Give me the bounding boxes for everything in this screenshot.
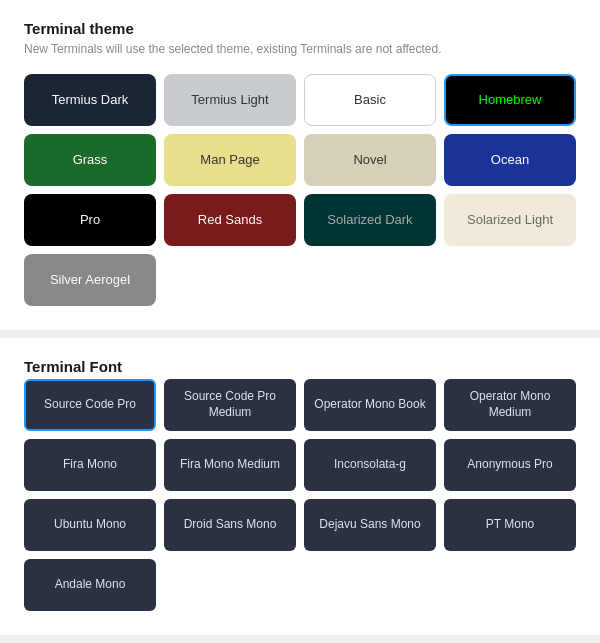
font-item-source-code-pro-medium[interactable]: Source Code Pro Medium (164, 379, 296, 431)
theme-item-novel[interactable]: Novel (304, 134, 436, 186)
terminal-theme-title: Terminal theme (24, 20, 576, 37)
terminal-theme-section: Terminal theme New Terminals will use th… (0, 0, 600, 330)
theme-item-termius-dark[interactable]: Termius Dark (24, 74, 156, 126)
font-item-operator-mono-book[interactable]: Operator Mono Book (304, 379, 436, 431)
theme-item-solarized-dark[interactable]: Solarized Dark (304, 194, 436, 246)
terminal-font-title: Terminal Font (24, 358, 576, 375)
terminal-theme-subtitle: New Terminals will use the selected them… (24, 41, 576, 58)
font-item-pt-mono[interactable]: PT Mono (444, 499, 576, 551)
font-item-fira-mono-medium[interactable]: Fira Mono Medium (164, 439, 296, 491)
font-item-dejavu-sans-mono[interactable]: Dejavu Sans Mono (304, 499, 436, 551)
font-item-ubuntu-mono[interactable]: Ubuntu Mono (24, 499, 156, 551)
font-item-inconsolata-g[interactable]: Inconsolata-g (304, 439, 436, 491)
theme-grid: Termius DarkTermius LightBasicHomebrewGr… (24, 74, 576, 306)
theme-item-red-sands[interactable]: Red Sands (164, 194, 296, 246)
font-item-fira-mono[interactable]: Fira Mono (24, 439, 156, 491)
font-item-anonymous-pro[interactable]: Anonymous Pro (444, 439, 576, 491)
terminal-font-section: Terminal Font Source Code ProSource Code… (0, 338, 600, 635)
theme-item-pro[interactable]: Pro (24, 194, 156, 246)
theme-item-ocean[interactable]: Ocean (444, 134, 576, 186)
font-item-droid-sans-mono[interactable]: Droid Sans Mono (164, 499, 296, 551)
theme-item-grass[interactable]: Grass (24, 134, 156, 186)
font-item-source-code-pro[interactable]: Source Code Pro (24, 379, 156, 431)
theme-item-homebrew[interactable]: Homebrew (444, 74, 576, 126)
theme-item-solarized-light[interactable]: Solarized Light (444, 194, 576, 246)
theme-item-termius-light[interactable]: Termius Light (164, 74, 296, 126)
theme-item-basic[interactable]: Basic (304, 74, 436, 126)
font-item-andale-mono[interactable]: Andale Mono (24, 559, 156, 611)
font-item-operator-mono-medium[interactable]: Operator Mono Medium (444, 379, 576, 431)
font-grid: Source Code ProSource Code Pro MediumOpe… (24, 379, 576, 611)
theme-item-man-page[interactable]: Man Page (164, 134, 296, 186)
theme-item-silver-aerogel[interactable]: Silver Aerogel (24, 254, 156, 306)
